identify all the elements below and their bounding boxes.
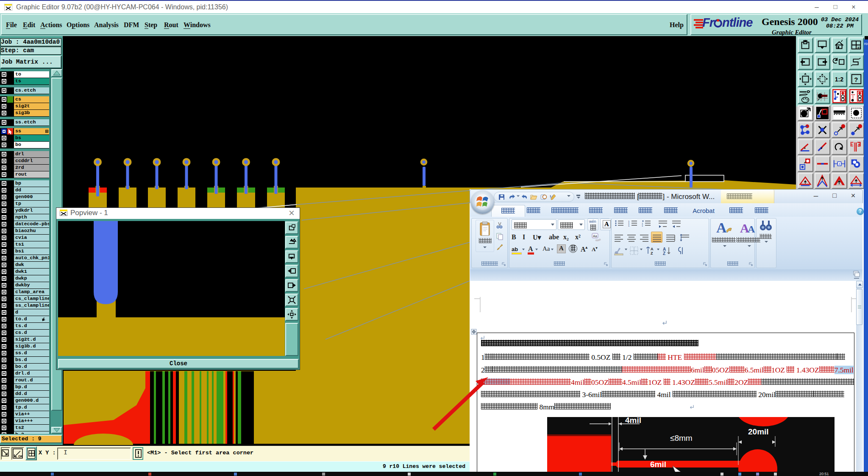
svg-text:1:2: 1:2 (835, 76, 844, 83)
svg-text:?: ? (854, 76, 858, 83)
svg-text:OK: OK (18, 455, 23, 458)
svg-text:Aa: Aa (593, 234, 597, 238)
svg-text:1: 1 (628, 224, 630, 227)
svg-text:6mil: 6mil (650, 460, 666, 469)
svg-text:A: A (651, 247, 654, 251)
svg-text:4mil: 4mil (625, 417, 641, 425)
svg-text:1: 1 (642, 224, 643, 227)
svg-text:20mil: 20mil (748, 427, 769, 436)
svg-text:Z: Z (663, 251, 665, 255)
svg-text:≤8mm: ≤8mm (670, 434, 693, 442)
svg-text:Z: Z (651, 251, 653, 255)
svg-text:XY: XY (857, 46, 861, 49)
svg-text:A: A (748, 224, 755, 235)
svg-text:4: 4 (838, 162, 840, 166)
svg-text:A: A (716, 220, 727, 235)
